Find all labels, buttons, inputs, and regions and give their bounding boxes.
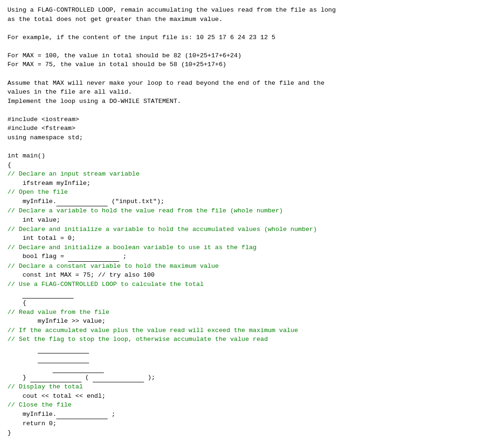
open-brace: { — [7, 162, 11, 169]
line-blank-10 — [7, 354, 89, 361]
desc-line3: For example, if the content of the input… — [7, 34, 275, 41]
line-int-value: int value; — [7, 217, 60, 224]
desc-line5: For MAX = 75, the value in total should … — [7, 61, 226, 68]
line-open-file: myInfile. ("input.txt"); — [7, 198, 164, 205]
blank-while[interactable] — [30, 373, 82, 383]
blank-loop-keyword[interactable] — [22, 289, 74, 299]
comment-9: // If the accumulated value plus the val… — [7, 327, 298, 334]
line-loop-keyword — [7, 290, 74, 297]
desc-line6: Assume that MAX will never make your loo… — [7, 80, 325, 87]
desc-line7: values in the file are all valid. — [7, 88, 132, 95]
desc-line2: as the total does not get greater than t… — [7, 16, 223, 23]
comment-3: // Declare a variable to hold the value … — [7, 207, 283, 214]
line-const-max: const int MAX = 75; // try also 100 — [7, 272, 155, 278]
line-read-value: myInfile >> value; — [7, 318, 106, 325]
blank-10[interactable] — [38, 353, 89, 363]
comment-1: // Declare an input stream variable — [7, 170, 140, 177]
description-block: Using a FLAG-CONTROLLED LOOP, remain acc… — [7, 6, 470, 437]
close-brace: } — [7, 429, 11, 436]
desc-line1: Using a FLAG-CONTROLLED LOOP, remain acc… — [7, 7, 336, 14]
comment-6: // Declare a constant variable to hold t… — [7, 263, 219, 270]
blank-9[interactable] — [38, 344, 89, 354]
line-return: return 0; — [7, 420, 56, 427]
line-loop-brace: { — [7, 299, 27, 306]
line-while-cond: } ( ); — [7, 374, 155, 381]
line-close-file: myInfile. ; — [7, 411, 116, 418]
comment-7: // Use a FLAG-CONTROLLED LOOP to calcula… — [7, 281, 204, 288]
line-blank-11 — [7, 364, 104, 371]
comment-2: // Open the file — [7, 189, 68, 196]
comment-12: // Close the file — [7, 401, 72, 408]
line-int-total: int total = 0; — [7, 235, 75, 242]
line-cout-total: cout << total << endl; — [7, 393, 106, 400]
blank-close-file[interactable] — [56, 410, 108, 420]
desc-line4: For MAX = 100, the value in total should… — [7, 52, 241, 59]
blank-open-file[interactable] — [56, 197, 108, 207]
main-sig: int main() — [7, 152, 45, 159]
blank-flag[interactable] — [68, 252, 119, 262]
blank-while-cond[interactable] — [93, 373, 144, 383]
line-bool-flag: bool flag = ; — [7, 253, 127, 260]
comment-8: // Read value from the file — [7, 309, 109, 316]
comment-10: // Set the flag to stop the loop, otherw… — [7, 336, 268, 343]
blank-11[interactable] — [53, 363, 104, 373]
comment-11: // Display the total — [7, 383, 83, 390]
comment-5: // Declare and initialize a boolean vari… — [7, 244, 257, 251]
line-ifstream: ifstream myInfile; — [7, 180, 90, 187]
includes-block: #include <iostream> #include <fstream> u… — [7, 116, 83, 141]
main-content: Using a FLAG-CONTROLLED LOOP, remain acc… — [7, 6, 470, 437]
comment-4: // Declare and initialize a variable to … — [7, 226, 317, 233]
desc-line8: Implement the loop using a DO-WHILE STAT… — [7, 98, 181, 105]
line-blank-9 — [7, 345, 89, 352]
